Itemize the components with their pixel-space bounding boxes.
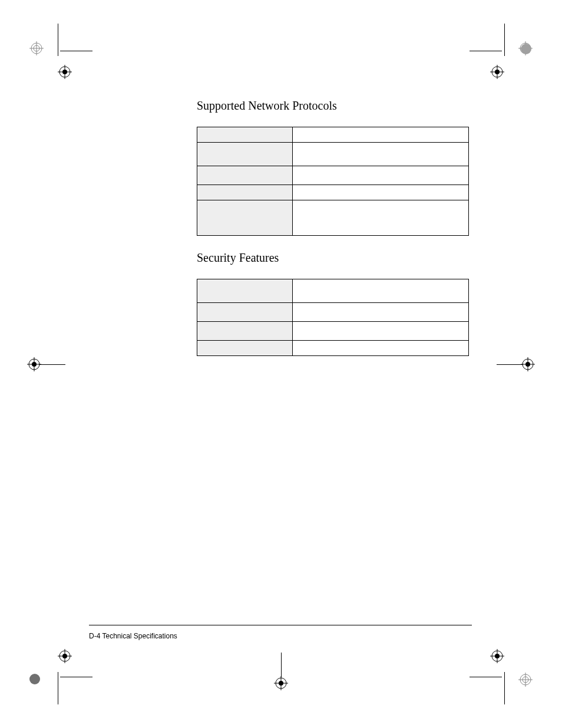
page-footer: D-4 Technical Specifications [89, 632, 177, 640]
color-dot-icon [521, 44, 531, 54]
table-row [197, 127, 469, 143]
crop-mark-bottom-center [274, 676, 288, 693]
registration-mark-icon [490, 65, 504, 79]
protocols-table [197, 127, 469, 236]
table-value-cell [293, 303, 469, 322]
table-row [197, 143, 469, 166]
heading-security: Security Features [197, 251, 469, 265]
table-row [197, 279, 469, 303]
table-label-cell [197, 143, 293, 166]
table-row [197, 303, 469, 322]
table-value-cell [293, 143, 469, 166]
table-row [197, 185, 469, 200]
registration-mark-icon [518, 673, 533, 687]
registration-mark-icon [29, 41, 44, 55]
security-table [197, 279, 469, 356]
table-value-cell [293, 200, 469, 236]
table-label-cell [197, 279, 293, 303]
table-row [197, 166, 469, 185]
table-row [197, 322, 469, 341]
table-value-cell [293, 322, 469, 341]
table-label-cell [197, 341, 293, 356]
registration-mark-icon [58, 65, 72, 79]
table-value-cell [293, 166, 469, 185]
table-value-cell [293, 185, 469, 200]
table-value-cell [293, 341, 469, 356]
table-label-cell [197, 127, 293, 143]
crop-mark-mid-left [27, 357, 41, 374]
registration-mark-icon [274, 676, 288, 690]
heading-protocols: Supported Network Protocols [197, 99, 469, 113]
table-value-cell [293, 279, 469, 303]
table-label-cell [197, 322, 293, 341]
table-row [197, 341, 469, 356]
footer-divider [89, 625, 472, 625]
table-label-cell [197, 166, 293, 185]
table-label-cell [197, 200, 293, 236]
table-value-cell [293, 127, 469, 143]
registration-mark-icon [58, 649, 72, 663]
table-label-cell [197, 303, 293, 322]
table-row [197, 200, 469, 236]
table-label-cell [197, 185, 293, 200]
page-content: Supported Network Protocols Security Fea… [197, 99, 469, 356]
registration-mark-icon [490, 649, 504, 663]
crop-mark-mid-right [521, 357, 535, 374]
color-dot-icon [29, 674, 40, 684]
